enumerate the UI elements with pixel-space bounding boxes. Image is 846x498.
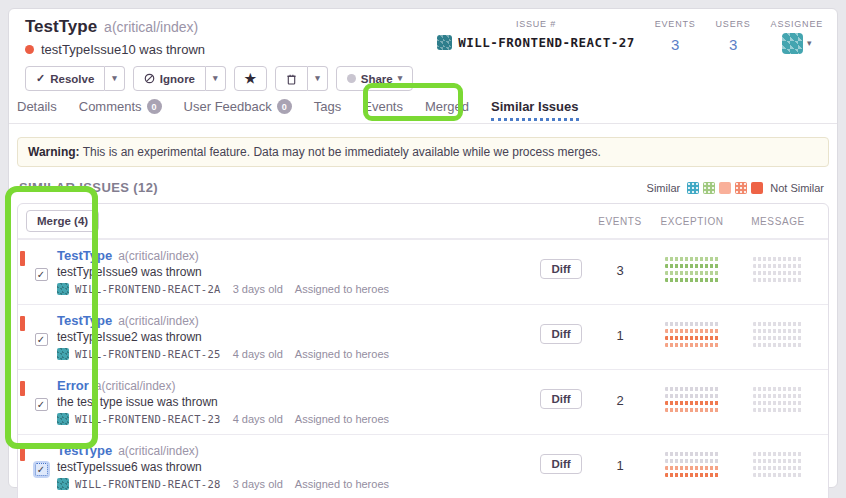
issue-short-id: WILL-FRONTEND-REACT-28 (75, 478, 221, 490)
delete-button[interactable] (275, 66, 308, 91)
issue-culprit: a(critical/index) (95, 379, 176, 393)
issue-assignee: Assigned to heroes (295, 283, 389, 295)
tab-similar-issues[interactable]: Similar Issues (491, 99, 578, 123)
exception-similarity-bars (648, 387, 736, 412)
chevron-down-icon: ▾ (807, 39, 812, 48)
column-header-events: EVENTS (592, 216, 648, 227)
issue-culprit: a(critical/index) (104, 19, 198, 35)
issue-message: testTypeIssue10 was thrown (41, 42, 205, 57)
similarity-scale (687, 182, 763, 194)
issue-short-id: WILL-FRONTEND-REACT-23 (75, 413, 221, 425)
chevron-down-icon: ▾ (398, 74, 403, 83)
issue-age: 3 days old (233, 478, 283, 490)
project-icon (57, 348, 69, 360)
issue-assignee: Assigned to heroes (295, 478, 389, 490)
exception-similarity-bars (648, 257, 736, 282)
message-similarity-bars (736, 387, 820, 412)
section-title: SIMILAR ISSUES (12) (19, 180, 158, 195)
issue-short-id: WILL-FRONTEND-REACT-25 (75, 348, 221, 360)
delete-dropdown-button[interactable]: ▾ (308, 66, 328, 91)
issue-message: testTypeIssue9 was thrown (57, 265, 530, 279)
feedback-count-badge: 0 (277, 99, 292, 114)
tab-content: Warning: This is an experimental feature… (9, 124, 837, 498)
stat-events: EVENTS 3 (655, 19, 696, 54)
issue-title-link[interactable]: Error (57, 378, 89, 393)
action-bar: ✓ Resolve ▾ Ignore ▾ ★ (25, 66, 823, 91)
project-icon (57, 413, 69, 425)
issue-short-id: WILL-FRONTEND-REACT-27 (458, 35, 635, 50)
issue-culprit: a(critical/index) (118, 444, 199, 458)
chevron-down-icon: ▾ (112, 74, 117, 83)
resolve-button[interactable]: ✓ Resolve (25, 66, 105, 91)
issue-title-link[interactable]: TestType (57, 443, 112, 458)
panel-toolbar: Merge (4) EVENTS EXCEPTION MESSAGE (18, 204, 828, 239)
ignore-button[interactable]: Ignore (133, 66, 206, 91)
row-checkbox[interactable] (35, 268, 48, 281)
row-checkbox[interactable] (35, 463, 48, 476)
similar-issue-row: Errora(critical/index) the test type iss… (18, 369, 828, 434)
similar-issue-row: TestTypea(critical/index) testTypeIssue6… (18, 434, 828, 498)
events-count: 1 (592, 458, 648, 473)
tab-user-feedback[interactable]: User Feedback0 (184, 99, 292, 123)
diff-button[interactable]: Diff (540, 389, 581, 409)
tab-details[interactable]: Details (17, 99, 57, 123)
issue-header: TestTypea(critical/index) testTypeIssue1… (9, 9, 837, 91)
trash-icon (286, 73, 297, 85)
mute-icon (144, 73, 155, 84)
row-checkbox[interactable] (35, 398, 48, 411)
resolve-dropdown-button[interactable]: ▾ (105, 66, 125, 91)
row-checkbox[interactable] (35, 333, 48, 346)
similarity-legend: Similar Not Similar (644, 182, 827, 194)
issue-message: the test type issue was thrown (57, 395, 530, 409)
check-icon: ✓ (36, 73, 45, 84)
ignore-dropdown-button[interactable]: ▾ (206, 66, 226, 91)
issue-age: 4 days old (233, 413, 283, 425)
issue-assignee: Assigned to heroes (295, 413, 389, 425)
issue-message: testTypeIssue6 was thrown (57, 460, 530, 474)
column-header-exception: EXCEPTION (648, 216, 736, 227)
experimental-warning-banner: Warning: This is an experimental feature… (17, 137, 829, 167)
stat-issue-id: ISSUE # WILL-FRONTEND-REACT-27 (437, 19, 635, 54)
tab-comments[interactable]: Comments0 (79, 99, 162, 123)
diff-button[interactable]: Diff (540, 324, 581, 344)
tab-merged[interactable]: Merged (425, 99, 469, 123)
stat-users: USERS 3 (716, 19, 751, 54)
assignee-dropdown[interactable]: ▾ (771, 33, 823, 54)
issue-age: 4 days old (233, 348, 283, 360)
issue-tabs: Details Comments0 User Feedback0 Tags Ev… (9, 92, 837, 124)
diff-button[interactable]: Diff (540, 454, 581, 474)
events-count: 2 (592, 393, 648, 408)
bookmark-star-button[interactable]: ★ (234, 66, 268, 91)
column-header-message: MESSAGE (736, 216, 820, 227)
issue-title-link[interactable]: TestType (57, 248, 112, 263)
similar-issue-row: TestTypea(critical/index) testTypeIssue9… (18, 239, 828, 304)
error-level-icon (25, 45, 34, 54)
issue-assignee: Assigned to heroes (295, 348, 389, 360)
share-button[interactable]: Share ▾ (336, 66, 414, 91)
project-icon (437, 35, 452, 50)
message-similarity-bars (736, 257, 820, 282)
app-screen: TestTypea(critical/index) testTypeIssue1… (0, 0, 846, 498)
chevron-down-icon: ▾ (213, 74, 218, 83)
tab-tags[interactable]: Tags (314, 99, 341, 123)
star-icon: ★ (245, 71, 257, 86)
events-count-link[interactable]: 3 (655, 36, 696, 53)
stat-assignee: ASSIGNEE ▾ (771, 19, 823, 54)
issue-title-link[interactable]: TestType (57, 313, 112, 328)
project-icon (57, 478, 69, 490)
issue-message: testTypeIssue2 was thrown (57, 330, 530, 344)
events-count: 1 (592, 328, 648, 343)
chevron-down-icon: ▾ (315, 74, 320, 83)
project-icon (57, 283, 69, 295)
issue-short-id: WILL-FRONTEND-REACT-2A (75, 283, 221, 295)
users-count-link[interactable]: 3 (716, 36, 751, 53)
comments-count-badge: 0 (147, 99, 162, 114)
diff-button[interactable]: Diff (540, 259, 581, 279)
share-status-icon (347, 74, 356, 83)
merge-button[interactable]: Merge (4) (26, 210, 99, 232)
issue-culprit: a(critical/index) (118, 249, 199, 263)
tab-events[interactable]: Events (363, 99, 403, 123)
issue-stats: ISSUE # WILL-FRONTEND-REACT-27 EVENTS 3 … (437, 19, 823, 54)
page-title: TestTypea(critical/index) (25, 17, 205, 37)
issue-detail-card: TestTypea(critical/index) testTypeIssue1… (8, 8, 838, 488)
